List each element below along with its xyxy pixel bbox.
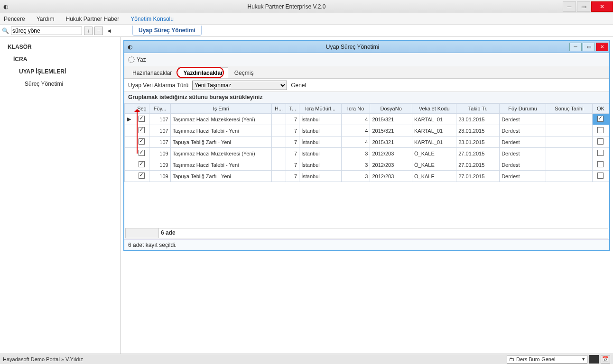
cell-durum: Derdest [500,159,546,171]
cell-sec[interactable] [134,136,149,148]
remove-button[interactable]: － [94,27,103,35]
checkbox-icon[interactable] [139,173,145,179]
checkbox-icon[interactable] [139,150,145,156]
cell-t: 7 [286,159,299,171]
menu-yardim[interactable]: Yardım [37,16,55,22]
cell-isemri: Taşınmaz Haczi Talebi - Yeni [170,159,271,171]
checkbox-icon[interactable] [597,138,604,145]
col-mud[interactable]: İcra Müdürl... [299,104,342,114]
checkbox-icon[interactable] [597,173,604,179]
col-durum[interactable]: Föy Durumu [500,104,546,114]
table-row[interactable]: ▶107Taşınmaz Haczi Müzekkeresi (Yeni)7İs… [125,114,609,125]
filter-label: Uyap Veri Aktarma Türü [128,82,188,89]
col-takip[interactable]: Takip Tr. [456,104,500,114]
workspace-label: Ders Büro-Genel [516,356,556,362]
checkbox-icon[interactable] [597,161,604,167]
cell-isemri: Taşınmaz Haczi Talebi - Yeni [170,125,271,136]
footer-count: 6 ade [159,228,608,238]
filter-select[interactable]: Yeni Taşınmaz [192,81,287,90]
sidebar-icra[interactable]: İCRA [2,53,118,65]
cell-sec[interactable] [134,159,149,171]
cell-sonuc [546,171,593,182]
cell-durum: Derdest [500,148,546,159]
chat-icon[interactable] [589,355,599,364]
cell-mud: İstanbul [299,148,342,159]
add-button[interactable]: ＋ [84,27,93,35]
group-hint[interactable]: Gruplamak istediğiniz sütunu buraya sürü… [124,92,609,103]
print-button[interactable]: Yaz [128,56,146,63]
workspace-combo[interactable]: Ders Büro-Genel ▾ [507,355,587,364]
cell-vekalet: KARTAL_01 [412,136,456,148]
sidebar-surec[interactable]: Süreç Yönetimi [2,78,118,90]
cell-takip: 27.01.2015 [456,159,500,171]
tab-hazirlanacaklar[interactable]: Hazırlanacaklar [127,67,177,78]
cell-ok[interactable] [592,148,609,159]
checkbox-icon[interactable] [139,116,145,122]
table-row[interactable]: 109Taşınmaz Haczi Talebi - Yeni7İstanbul… [125,159,609,171]
sidebar-uyap[interactable]: UYAP İŞLEMLERİ [2,65,118,78]
menu-haber[interactable]: Hukuk Partner Haber [66,16,120,22]
col-mark[interactable] [125,104,134,114]
minimize-button[interactable]: ─ [563,1,576,12]
maximize-button[interactable]: ▭ [577,1,590,12]
tab-yazdirilacaklar[interactable]: Yazdırılacaklar [178,67,228,78]
cell-ok[interactable] [592,171,609,182]
table-row[interactable]: 109Taşınmaz Haczi Müzekkeresi (Yeni)7İst… [125,148,609,159]
checkbox-icon[interactable] [139,138,145,145]
checkbox-icon[interactable] [139,127,145,133]
col-isemri[interactable]: İş Emri [170,104,271,114]
table-row[interactable]: 109Tapuya Tebliğ Zarfı - Yeni7İstanbul32… [125,171,609,182]
back-button[interactable]: ◄ [105,27,113,35]
checkbox-icon[interactable] [597,150,604,156]
checkbox-icon[interactable] [597,127,604,133]
col-vekalet[interactable]: Vekalet Kodu [412,104,456,114]
checkbox-icon[interactable] [139,161,145,167]
menu-pencere[interactable]: Pencere [4,16,25,22]
cell-sec[interactable] [134,171,149,182]
panel-minimize-button[interactable]: ─ [569,43,582,51]
cell-ok[interactable] [592,114,609,125]
cell-sonuc [546,125,593,136]
tab-yazdirilacaklar-label: Yazdırılacaklar [183,70,223,76]
col-icrano[interactable]: İcra No [341,104,370,114]
cell-sec[interactable] [134,148,149,159]
col-dosyano[interactable]: DosyaNo [370,104,412,114]
document-tab[interactable]: Uyap Süreç Yönetimi [132,26,202,36]
cell-isemri: Tapuya Tebliğ Zarfı - Yeni [170,136,271,148]
col-h[interactable]: H... [271,104,286,114]
col-ok[interactable]: OK [592,104,609,114]
panel-maximize-button[interactable]: ▭ [583,43,595,51]
sidebar-klasor[interactable]: KLASÖR [2,41,118,53]
cell-vekalet: Ö_KALE [412,159,456,171]
search-input[interactable] [11,27,82,35]
col-foy[interactable]: Föy... [149,104,170,114]
table-row[interactable]: 107Taşınmaz Haczi Talebi - Yeni7İstanbul… [125,125,609,136]
cell-sec[interactable] [134,125,149,136]
calendar-icon[interactable]: 📅 [601,355,610,364]
cell-ok[interactable] [592,159,609,171]
cell-dosya: 2012/203 [370,148,412,159]
cell-h [271,148,286,159]
grid[interactable]: Seç Föy... İş Emri H... T... İcra Müdürl… [124,103,609,227]
tab-gecmis[interactable]: Geçmiş [229,67,259,78]
cell-sec[interactable] [134,114,149,125]
cell-ok[interactable] [592,125,609,136]
print-label: Yaz [137,56,146,63]
table-row[interactable]: 107Tapuya Tebliğ Zarfı - Yeni7İstanbul42… [125,136,609,148]
data-table: Seç Föy... İş Emri H... T... İcra Müdürl… [124,103,609,182]
cell-t: 7 [286,114,299,125]
col-sonuc[interactable]: Sonuç Tarihi [546,104,593,114]
menu-konsol[interactable]: Yönetim Konsolu [130,16,174,22]
panel-close-button[interactable]: ✕ [596,43,608,51]
cell-ok[interactable] [592,136,609,148]
checkbox-icon[interactable] [597,116,604,122]
col-sec[interactable]: Seç [134,104,149,114]
cell-icrano: 3 [341,159,370,171]
close-button[interactable]: ✕ [591,1,613,12]
col-t[interactable]: T... [286,104,299,114]
cell-mud: İstanbul [299,159,342,171]
row-marker [125,136,134,148]
row-marker [125,159,134,171]
row-marker [125,171,134,182]
cell-icrano: 3 [341,171,370,182]
